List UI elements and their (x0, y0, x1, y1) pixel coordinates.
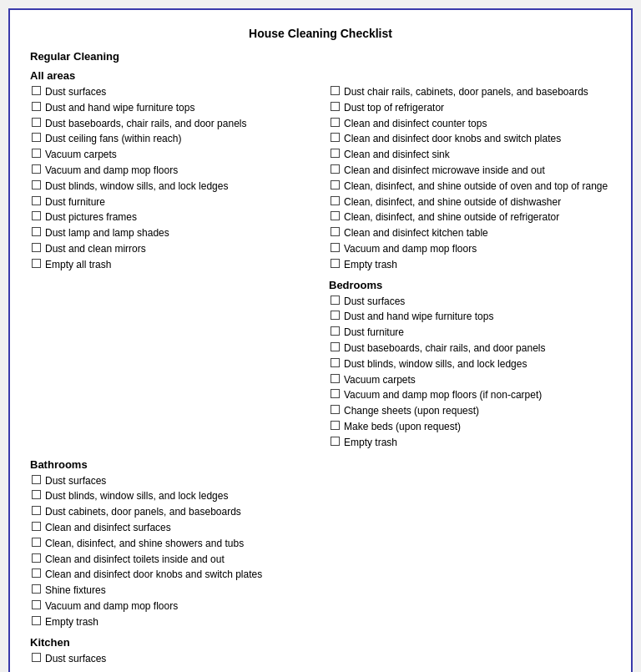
checkbox[interactable] (32, 475, 41, 484)
item-text: Empty trash (45, 615, 304, 629)
checkbox[interactable] (32, 86, 41, 95)
checkbox[interactable] (331, 227, 340, 236)
list-item[interactable]: Dust top of refrigerator (329, 101, 611, 115)
checkbox[interactable] (331, 149, 340, 158)
checkbox[interactable] (32, 538, 41, 547)
checkbox[interactable] (32, 490, 41, 499)
lower-right-col (329, 452, 611, 668)
list-item[interactable]: Dust ceiling fans (within reach) (30, 132, 304, 146)
list-item[interactable]: Empty trash (329, 258, 611, 272)
list-item[interactable]: Dust surfaces (30, 474, 304, 488)
checkbox[interactable] (331, 326, 340, 336)
checkbox[interactable] (331, 311, 340, 320)
checkbox[interactable] (331, 243, 340, 252)
list-item[interactable]: Dust furniture (30, 195, 304, 210)
checkbox[interactable] (331, 296, 340, 305)
list-item[interactable]: Dust baseboards, chair rails, and door p… (329, 341, 611, 356)
checkbox[interactable] (331, 196, 340, 205)
checkbox[interactable] (331, 342, 340, 351)
all-areas-columns: Dust surfacesDust and hand wipe furnitur… (30, 85, 611, 452)
checkbox[interactable] (32, 102, 41, 111)
list-item[interactable]: Clean and disinfect surfaces (30, 521, 304, 535)
list-item[interactable]: Dust chair rails, cabinets, door panels,… (329, 85, 611, 99)
checkbox[interactable] (331, 118, 340, 127)
list-item[interactable]: Clean and disinfect microwave inside and… (329, 164, 611, 178)
item-text: Dust chair rails, cabinets, door panels,… (344, 85, 611, 99)
checkbox[interactable] (331, 259, 340, 268)
list-item[interactable]: Dust surfaces (30, 85, 304, 99)
checkbox[interactable] (331, 389, 340, 398)
checkbox[interactable] (331, 358, 340, 367)
checkbox[interactable] (32, 227, 41, 236)
list-item[interactable]: Dust surfaces (30, 652, 304, 666)
checkbox[interactable] (32, 180, 41, 189)
list-item[interactable]: Dust pictures frames (30, 210, 304, 225)
list-item[interactable]: Clean, disinfect, and shine outside of d… (329, 195, 611, 210)
list-item[interactable]: Clean, disinfect, and shine showers and … (30, 537, 304, 551)
checkbox[interactable] (32, 553, 41, 563)
list-item[interactable]: Dust surfaces (329, 295, 611, 309)
checkbox[interactable] (32, 522, 41, 531)
checkbox[interactable] (32, 653, 41, 662)
list-item[interactable]: Clean and disinfect door knobs and switc… (30, 568, 304, 582)
list-item[interactable]: Dust and clean mirrors (30, 242, 304, 256)
list-item[interactable]: Dust cabinets, door panels, and baseboar… (30, 505, 304, 519)
list-item[interactable]: Dust lamp and lamp shades (30, 226, 304, 240)
list-item[interactable]: Clean and disinfect door knobs and switc… (329, 132, 611, 146)
checkbox[interactable] (32, 211, 41, 220)
checkbox[interactable] (331, 421, 340, 430)
list-item[interactable]: Clean, disinfect, and shine outside of o… (329, 179, 611, 194)
item-text: Dust blinds, window sills, and lock ledg… (45, 179, 304, 194)
checkbox[interactable] (331, 86, 340, 95)
checkbox[interactable] (32, 133, 41, 142)
list-item[interactable]: Dust furniture (329, 326, 611, 340)
checkbox[interactable] (32, 259, 41, 268)
list-item[interactable]: Vacuum and damp mop floors (30, 599, 304, 614)
list-item[interactable]: Empty all trash (30, 258, 304, 272)
checkbox[interactable] (32, 568, 41, 578)
list-item[interactable]: Dust and hand wipe furniture tops (30, 101, 304, 115)
checkbox[interactable] (32, 118, 41, 127)
list-item[interactable]: Vacuum carpets (30, 148, 304, 162)
checkbox[interactable] (331, 164, 340, 174)
checkbox[interactable] (331, 102, 340, 111)
list-item[interactable]: Vacuum and damp mop floors (30, 164, 304, 178)
checkbox[interactable] (32, 149, 41, 158)
item-text: Empty all trash (45, 258, 304, 272)
checkbox[interactable] (32, 243, 41, 252)
list-item[interactable]: Shine fixtures (30, 584, 304, 598)
checkbox[interactable] (331, 180, 340, 189)
checkbox[interactable] (32, 616, 41, 625)
checkbox[interactable] (32, 196, 41, 205)
list-item[interactable]: Clean and disinfect kitchen table (329, 226, 611, 240)
list-item[interactable]: Vacuum and damp mop floors (if non-carpe… (329, 388, 611, 402)
checkbox[interactable] (32, 164, 41, 174)
list-item[interactable]: Make beds (upon request) (329, 420, 611, 434)
item-text: Clean and disinfect microwave inside and… (344, 164, 611, 178)
list-item[interactable]: Empty trash (30, 615, 304, 629)
checkbox[interactable] (331, 437, 340, 446)
list-item[interactable]: Clean and disinfect toilets inside and o… (30, 553, 304, 567)
list-item[interactable]: Empty trash (329, 436, 611, 450)
list-item[interactable]: Dust baseboards, chair rails, and door p… (30, 117, 304, 131)
list-item[interactable]: Clean, disinfect, and shine outside of r… (329, 210, 611, 225)
checkbox[interactable] (331, 374, 340, 383)
item-text: Clean, disinfect, and shine showers and … (45, 537, 304, 551)
list-item[interactable]: Vacuum and damp mop floors (329, 242, 611, 256)
list-item[interactable]: Dust blinds, window sills, and lock ledg… (30, 489, 304, 503)
checkbox[interactable] (32, 600, 41, 609)
list-item[interactable]: Dust blinds, window sills, and lock ledg… (329, 357, 611, 371)
list-item[interactable]: Clean and disinfect sink (329, 148, 611, 162)
checkbox[interactable] (32, 506, 41, 515)
checkbox[interactable] (32, 584, 41, 594)
list-item[interactable]: Dust and hand wipe furniture tops (329, 310, 611, 324)
checkbox[interactable] (331, 211, 340, 220)
list-item[interactable]: Dust blinds, window sills, and lock ledg… (30, 179, 304, 194)
list-item[interactable]: Clean and disinfect counter tops (329, 117, 611, 131)
item-text: Dust surfaces (45, 474, 304, 488)
checkbox[interactable] (331, 405, 340, 414)
list-item[interactable]: Vacuum carpets (329, 373, 611, 387)
checkbox[interactable] (331, 133, 340, 142)
item-text: Dust baseboards, chair rails, and door p… (45, 117, 304, 131)
list-item[interactable]: Change sheets (upon request) (329, 404, 611, 418)
